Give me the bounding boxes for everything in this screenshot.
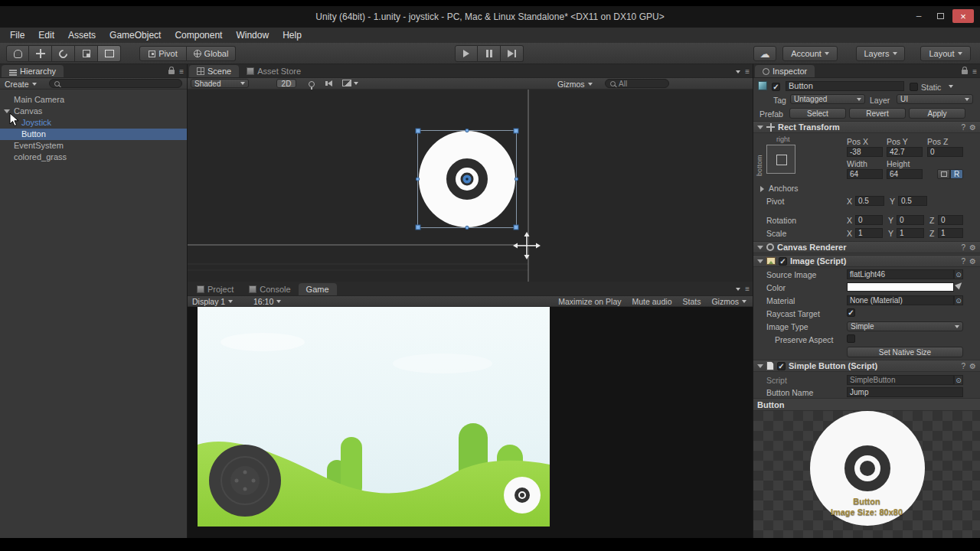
help-icon[interactable]: ? <box>961 362 965 370</box>
height-field[interactable]: 64 <box>887 169 923 179</box>
object-picker-icon[interactable]: ⊙ <box>954 375 963 385</box>
hierarchy-item-main-camera[interactable]: Main Camera <box>0 94 187 106</box>
step-button[interactable] <box>501 45 524 62</box>
menu-edit[interactable]: Edit <box>31 28 61 42</box>
pos-x-field[interactable]: -38 <box>847 147 883 157</box>
scale-tool-button[interactable] <box>75 45 98 62</box>
move-tool-button[interactable] <box>29 45 52 62</box>
tab-inspector[interactable]: Inspector <box>755 65 815 77</box>
gear-icon[interactable]: ⚙ <box>969 257 976 266</box>
pref ab-select-button[interactable]: Select <box>789 108 846 119</box>
anchors-foldout-icon[interactable] <box>760 186 764 192</box>
panel-menu-icon[interactable]: ≡ <box>972 67 977 76</box>
object-picker-icon[interactable]: ⊙ <box>954 295 963 305</box>
rotation-y-field[interactable]: 0 <box>897 215 924 225</box>
audio-toggle-button[interactable] <box>325 80 335 89</box>
hierarchy-search-input[interactable] <box>49 79 182 88</box>
account-dropdown[interactable]: Account <box>782 46 838 61</box>
scene-search-input[interactable]: All <box>605 79 669 88</box>
prefab-revert-button[interactable]: Revert <box>849 108 906 119</box>
anchors-label[interactable]: Anchors <box>769 184 799 193</box>
static-dropdown[interactable] <box>949 85 953 88</box>
menu-assets[interactable]: Assets <box>61 28 103 42</box>
stats-toggle[interactable]: Stats <box>682 297 701 306</box>
virtual-joystick[interactable] <box>209 445 281 517</box>
rotate-tool-button[interactable] <box>52 45 75 62</box>
cloud-button[interactable]: ☁ <box>753 46 776 61</box>
hand-tool-button[interactable] <box>6 45 29 62</box>
pivot-x-field[interactable]: 0.5 <box>855 196 884 206</box>
layer-dropdown[interactable]: UI <box>897 94 973 104</box>
canvas-renderer-header[interactable]: Canvas Renderer ?⚙ <box>753 241 980 253</box>
source-image-field[interactable]: flatLight46 <box>847 269 954 279</box>
scale-x-field[interactable]: 1 <box>855 228 883 238</box>
script-field[interactable]: SimpleButton <box>847 375 954 385</box>
global-toggle-button[interactable]: Global <box>187 46 236 61</box>
game-viewport[interactable] <box>198 307 550 527</box>
lock-icon[interactable] <box>962 70 968 74</box>
scene-gizmos-dropdown[interactable]: Gizmos <box>557 80 593 89</box>
play-button[interactable] <box>455 45 478 62</box>
panel-menu-icon[interactable]: ≡ <box>745 67 750 76</box>
raw-edit-mode-button[interactable]: R <box>950 169 963 179</box>
chevron-down-icon[interactable] <box>736 288 740 291</box>
hierarchy-item-canvas[interactable]: Canvas <box>0 106 187 117</box>
pos-y-field[interactable]: 42.7 <box>887 147 923 157</box>
tab-hierarchy[interactable]: Hierarchy <box>2 65 64 77</box>
material-field[interactable]: None (Material) <box>847 295 954 305</box>
tab-scene[interactable]: Scene <box>189 65 239 77</box>
object-picker-icon[interactable]: ⊙ <box>954 269 963 279</box>
anchor-preset-widget[interactable] <box>766 145 795 174</box>
rotation-x-field[interactable]: 0 <box>855 215 883 225</box>
tag-dropdown[interactable]: Untagged <box>790 94 865 104</box>
scale-y-field[interactable]: 1 <box>897 228 924 238</box>
move-gizmo[interactable] <box>513 232 541 259</box>
button-sprite[interactable] <box>419 131 515 227</box>
tab-project[interactable]: Project <box>189 283 241 295</box>
gear-icon[interactable]: ⚙ <box>969 362 976 370</box>
pivot-y-field[interactable]: 0.5 <box>898 196 927 206</box>
image-type-dropdown[interactable]: Simple <box>847 321 963 331</box>
menu-component[interactable]: Component <box>168 28 229 42</box>
preserve-aspect-checkbox[interactable] <box>847 334 855 343</box>
rect-tool-button[interactable] <box>98 45 121 62</box>
2d-toggle-button[interactable]: 2D <box>276 79 296 88</box>
lock-icon[interactable] <box>168 70 175 74</box>
button-name-field[interactable]: Jump <box>847 387 963 397</box>
menu-window[interactable]: Window <box>229 28 276 42</box>
foldout-icon[interactable] <box>757 126 763 129</box>
preview-header[interactable]: Button <box>753 398 980 411</box>
scale-z-field[interactable]: 1 <box>938 228 963 238</box>
layers-dropdown[interactable]: Layers <box>856 46 905 61</box>
help-icon[interactable]: ? <box>961 243 965 252</box>
layout-dropdown[interactable]: Layout <box>920 46 971 61</box>
raycast-target-checkbox[interactable]: ✓ <box>847 308 855 317</box>
hierarchy-item-joystick[interactable]: Joystick <box>0 117 187 129</box>
lighting-toggle-button[interactable] <box>309 80 315 89</box>
scene-viewport[interactable] <box>188 90 753 282</box>
panel-menu-icon[interactable]: ≡ <box>179 67 184 76</box>
aspect-ratio-dropdown[interactable]: 16:10 <box>253 297 281 306</box>
display-dropdown[interactable]: Display 1 <box>192 297 233 306</box>
eyedropper-icon[interactable] <box>956 281 962 290</box>
help-icon[interactable]: ? <box>961 123 965 132</box>
color-swatch[interactable] <box>847 282 954 292</box>
script-enabled-checkbox[interactable]: ✓ <box>777 362 786 370</box>
hierarchy-item-button[interactable]: Button <box>0 129 187 140</box>
rect-transform-header[interactable]: Rect Transform ?⚙ <box>753 121 980 133</box>
image-enabled-checkbox[interactable]: ✓ <box>779 257 787 266</box>
tab-game[interactable]: Game <box>299 283 337 295</box>
tab-console[interactable]: Console <box>241 283 298 295</box>
game-gizmos-dropdown[interactable]: Gizmos <box>711 297 746 306</box>
simple-button-header[interactable]: ✓ Simple Button (Script) ?⚙ <box>753 360 980 372</box>
rotation-z-field[interactable]: 0 <box>938 215 963 225</box>
pos-z-field[interactable]: 0 <box>927 147 963 157</box>
close-button[interactable]: × <box>952 9 974 23</box>
pause-button[interactable] <box>478 45 501 62</box>
shading-mode-dropdown[interactable]: Shaded <box>191 79 249 88</box>
foldout-icon[interactable] <box>757 364 763 368</box>
hierarchy-item-colored-grass[interactable]: colored_grass <box>0 152 187 163</box>
image-component-header[interactable]: ✓ Image (Script) ?⚙ <box>753 255 980 267</box>
maximize-button[interactable] <box>929 9 951 23</box>
gameobject-name-field[interactable]: Button <box>786 81 904 91</box>
